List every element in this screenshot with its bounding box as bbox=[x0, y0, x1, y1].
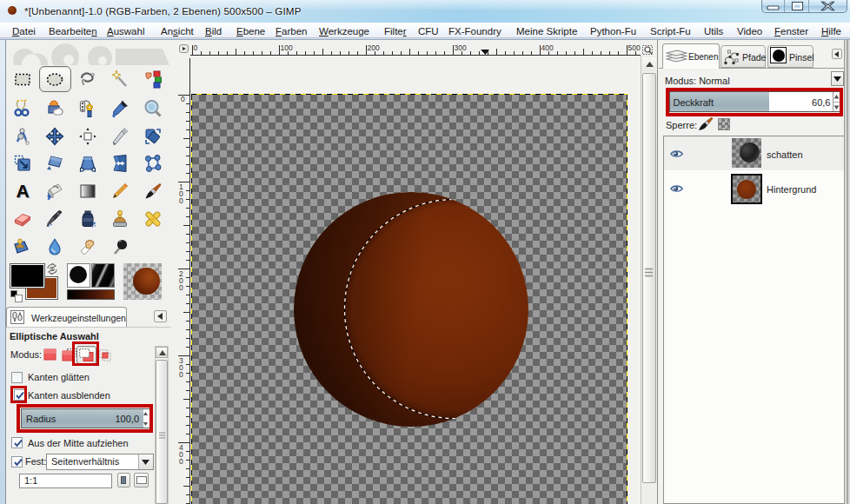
svg-text:A: A bbox=[16, 182, 29, 201]
